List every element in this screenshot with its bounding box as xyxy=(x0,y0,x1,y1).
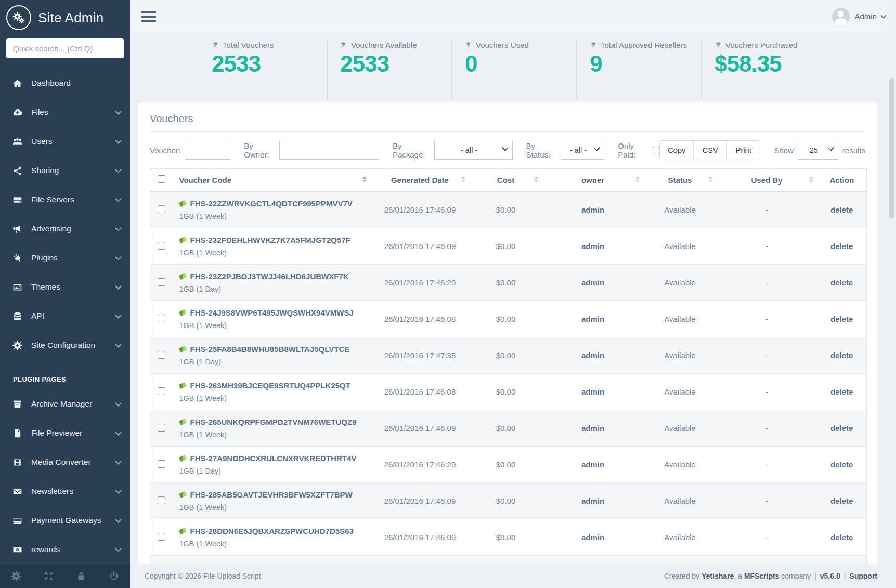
user-menu-label: Admin xyxy=(854,12,877,21)
delete-link[interactable]: delete xyxy=(830,424,853,433)
delete-link[interactable]: delete xyxy=(830,278,853,287)
row-checkbox[interactable] xyxy=(158,315,165,322)
delete-link[interactable]: delete xyxy=(830,496,853,505)
sort-icon xyxy=(461,176,465,182)
row-checkbox[interactable] xyxy=(158,278,165,286)
owner-name: admin xyxy=(581,496,604,505)
col-header-owner[interactable]: owner xyxy=(542,169,644,192)
share-icon xyxy=(12,166,25,176)
delete-link[interactable]: delete xyxy=(830,387,853,396)
only-paid-checkbox[interactable] xyxy=(653,147,659,154)
row-checkbox[interactable] xyxy=(158,387,165,395)
select-all-header-cell xyxy=(150,169,173,192)
col-header-cost[interactable]: Cost xyxy=(470,169,542,192)
voucher-code-link[interactable]: FHS-263MH39BJCEQE9SRTUQ4PPLK25QT xyxy=(190,381,350,390)
page-scrollbar[interactable] xyxy=(887,0,896,588)
sidebar-item-newsletters[interactable]: Newsletters xyxy=(0,477,130,506)
sidebar-item-users[interactable]: Users xyxy=(0,127,130,156)
col-header-voucher-code[interactable]: Voucher Code xyxy=(173,169,371,192)
by-package-select[interactable]: - all - xyxy=(434,141,513,160)
row-checkbox[interactable] xyxy=(158,242,165,250)
credits-prefix: Created by xyxy=(664,572,702,580)
voucher-code-link[interactable]: FHS-28DDN6E5JQBXARZSPWCUHD7D5S63 xyxy=(190,527,354,535)
sidebar-item-archive-manager[interactable]: Archive Manager xyxy=(0,389,130,419)
voucher-filter-label: Voucher: xyxy=(150,146,180,155)
sidebar-item-advertising[interactable]: Advertising xyxy=(0,214,130,243)
site-admin-gears-logo-icon xyxy=(6,5,31,30)
owner-name: admin xyxy=(581,242,604,251)
voucher-ticket-icon xyxy=(178,309,187,317)
row-checkbox[interactable] xyxy=(158,460,165,468)
voucher-code-link[interactable]: FHS-23Z2PJBGJ3TWJJ46LHD6JUBWXF7K xyxy=(190,272,349,281)
col-header-used-by[interactable]: Used By xyxy=(717,169,817,192)
delete-link[interactable]: delete xyxy=(830,460,853,469)
voucher-code-link[interactable]: FHS-25FA8B4B8WHU85B8WLTAJ5QLVTCE xyxy=(190,345,350,354)
delete-link[interactable]: delete xyxy=(830,315,853,323)
sidebar-item-file-servers[interactable]: File Servers xyxy=(0,185,130,214)
status-cell: Available xyxy=(644,265,717,301)
lock-button[interactable] xyxy=(65,564,98,588)
delete-link[interactable]: delete xyxy=(830,242,853,251)
row-checkbox[interactable] xyxy=(158,205,165,213)
trophy-icon xyxy=(590,42,597,49)
voucher-ticket-icon xyxy=(178,382,187,389)
row-checkbox[interactable] xyxy=(158,351,165,359)
sidebar-item-media-converter[interactable]: Media Converter xyxy=(0,448,130,477)
voucher-code-link[interactable]: FHS-285AB5GAVTJEVHR3BFW5XZFT7BPW xyxy=(190,490,353,499)
copy-button[interactable]: Copy xyxy=(660,141,693,160)
delete-link[interactable]: delete xyxy=(830,205,853,214)
sidebar-item-sharing[interactable]: Sharing xyxy=(0,156,130,185)
voucher-code-link[interactable]: FHS-22ZZWRVKGCTL4QDTCF995PPMVV7V xyxy=(190,199,353,208)
owner-cell: admin xyxy=(542,192,644,228)
expand-button[interactable] xyxy=(33,564,66,588)
voucher-code-link[interactable]: FHS-265UNKQRPFGMPD2TVNM76WETUQZ9 xyxy=(190,417,357,426)
delete-link[interactable]: delete xyxy=(830,533,853,542)
table-row: FHS-23Z2PJBGJ3TWJJ46LHD6JUBWXF7K1GB (1 D… xyxy=(150,265,867,301)
credits-suffix: company xyxy=(779,572,811,580)
voucher-code-link[interactable]: FHS-24J9S8VWP6T495JWQSWHX94VMWSJ xyxy=(190,308,354,317)
gear-button[interactable] xyxy=(0,564,33,588)
voucher-filter-input[interactable] xyxy=(185,141,230,160)
print-button[interactable]: Print xyxy=(726,141,760,160)
col-header-status[interactable]: Status xyxy=(644,169,717,192)
sidebar-item-file-previewer[interactable]: File Previewer xyxy=(0,419,130,448)
mfscripts-link[interactable]: MFScripts xyxy=(744,572,780,580)
sidebar-item-site-configuration[interactable]: Site Configuration xyxy=(0,331,130,360)
show-results-select[interactable]: 25 xyxy=(798,141,838,160)
support-link[interactable]: Support xyxy=(849,572,877,580)
col-header-generated-date[interactable]: Generated Date xyxy=(371,169,470,192)
user-menu[interactable]: Admin xyxy=(832,8,886,25)
select-all-checkbox[interactable] xyxy=(158,175,165,183)
sidebar-item-themes[interactable]: Themes xyxy=(0,272,130,302)
sidebar-item-label: Users xyxy=(31,137,116,146)
row-checkbox[interactable] xyxy=(158,533,165,541)
row-checkbox[interactable] xyxy=(158,424,165,432)
sidebar-menu: DashboardFilesUsersSharingFile ServersAd… xyxy=(0,69,130,360)
by-owner-input[interactable] xyxy=(279,141,379,160)
action-cell: delete xyxy=(817,228,867,265)
sidebar-item-dashboard[interactable]: Dashboard xyxy=(0,69,130,98)
by-status-select[interactable]: - all - xyxy=(561,141,604,160)
sidebar-item-api[interactable]: API xyxy=(0,302,130,331)
delete-link[interactable]: delete xyxy=(830,351,853,360)
sidebar-item-files[interactable]: Files xyxy=(0,98,130,127)
sidebar-item-payment-gateways[interactable]: Payment Gateways xyxy=(0,506,130,535)
csv-button[interactable]: CSV xyxy=(693,141,726,160)
voucher-code-cell: FHS-25FA8B4B8WHU85B8WLTAJ5QLVTCE1GB (1 D… xyxy=(173,337,371,374)
voucher-code-link[interactable]: FHS-27A9NGDHCXRULCNXRVKREDTHRT4V xyxy=(190,454,357,463)
chevron-down-icon xyxy=(115,254,122,260)
quick-search-input[interactable] xyxy=(6,38,124,58)
yetishare-link[interactable]: Yetishare xyxy=(702,572,734,580)
owner-name: admin xyxy=(581,351,604,360)
sidebar-item-plugins[interactable]: Plugins xyxy=(0,243,130,272)
scrollbar-thumb[interactable] xyxy=(889,78,894,218)
power-button[interactable] xyxy=(98,564,131,588)
credits-text: Created by Yetishare, a MFScripts compan… xyxy=(664,572,877,580)
generated-date-cell: 26/01/2016 17:46:08 xyxy=(371,374,470,410)
col-header-action[interactable]: Action xyxy=(817,169,867,192)
cost-cell: $0.00 xyxy=(470,301,542,337)
sidebar-item-rewards[interactable]: rewards xyxy=(0,535,130,564)
row-checkbox[interactable] xyxy=(158,496,165,504)
voucher-code-link[interactable]: FHS-232FDEHLHWVKZ7K7A5FMJGT2Q57F xyxy=(190,236,350,244)
menu-toggle-icon[interactable] xyxy=(140,6,157,27)
